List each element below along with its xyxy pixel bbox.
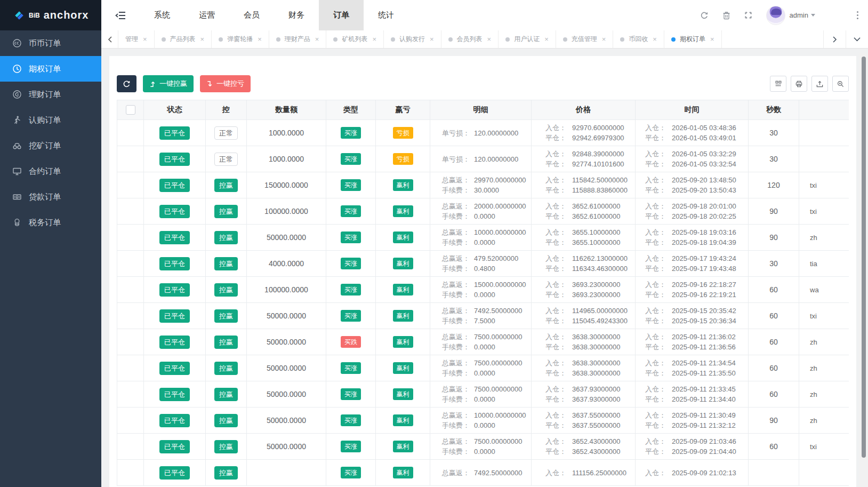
avatar[interactable] (766, 6, 785, 25)
time-close-line: 平仓：2026-01-05 03:32:54 (645, 159, 748, 169)
type-cell: 买涨 (326, 146, 376, 172)
control-badge[interactable]: 控赢 (214, 362, 238, 375)
page-scrollbar[interactable] (859, 53, 868, 487)
control-badge[interactable]: 控赢 (214, 257, 238, 270)
fullscreen-icon[interactable] (744, 11, 752, 19)
control-badge[interactable]: 控赢 (214, 388, 238, 401)
kv-value: 0.0000 (474, 211, 495, 221)
member-cell: zh (799, 381, 849, 408)
print-icon[interactable] (791, 76, 807, 92)
control-badge[interactable]: 控赢 (214, 205, 238, 218)
type-badge: 买涨 (341, 441, 361, 452)
tab-1[interactable]: 管理× (118, 30, 155, 48)
tab-close-icon[interactable]: × (430, 36, 434, 43)
tabs-menu-icon[interactable] (846, 30, 868, 48)
search-icon[interactable] (832, 76, 849, 92)
scrollbar-thumb[interactable] (862, 57, 866, 458)
tab-close-icon[interactable]: × (487, 36, 492, 43)
sidebar-item-2[interactable]: 期权订单 (0, 56, 101, 82)
tab-7[interactable]: 会员列表× (441, 30, 499, 48)
user-menu[interactable]: admin (790, 11, 815, 19)
tab-5[interactable]: 矿机列表× (326, 30, 384, 48)
columns-icon[interactable] (770, 76, 786, 92)
sidebar-item-6[interactable]: 合约订单 (0, 158, 101, 184)
type-badge: 买涨 (341, 179, 361, 191)
result-badge: 赢利 (393, 205, 413, 217)
kv-value: 92774.10101600 (572, 159, 624, 169)
kv-value: 3638.30000000 (572, 358, 620, 368)
detail-line: 总赢返：15000.00000000 (442, 280, 531, 290)
column-header-3: 数量额 (247, 100, 326, 120)
tabs-scroll-right-icon[interactable] (823, 30, 846, 48)
kv-label: 入仓： (645, 384, 668, 394)
tab-9[interactable]: 充值管理× (556, 30, 614, 48)
kv-value: 2025-09-09 21:02:13 (672, 468, 736, 478)
menu-item-4[interactable]: 财务 (274, 0, 319, 30)
control-badge[interactable]: 正常 (214, 153, 238, 166)
tab-3[interactable]: 弹窗轮播× (212, 30, 269, 48)
trash-icon[interactable] (722, 11, 730, 20)
menu-item-3[interactable]: 会员 (229, 0, 274, 30)
sidebar-item-5[interactable]: 挖矿订单 (0, 133, 101, 158)
tab-label: 理财产品 (285, 35, 310, 44)
control-badge[interactable]: 控赢 (214, 466, 238, 480)
tabs-scroll-left-icon[interactable] (101, 30, 118, 48)
tab-close-icon[interactable]: × (653, 36, 657, 43)
tab-2[interactable]: 产品列表× (155, 30, 212, 48)
tab-6[interactable]: 认购发行× (384, 30, 441, 48)
status-badge: 已平仓 (159, 440, 190, 453)
tab-close-icon[interactable]: × (710, 36, 714, 43)
tab-4[interactable]: 理财产品× (269, 30, 327, 48)
export-icon[interactable] (811, 76, 828, 92)
tab-close-icon[interactable]: × (544, 36, 549, 43)
main-menu: 系统运营会员财务订单统计 (140, 0, 408, 30)
control-badge[interactable]: 控赢 (214, 414, 238, 427)
status-cell: 已平仓 (144, 329, 206, 355)
menu-item-5[interactable]: 订单 (319, 0, 364, 30)
select-all-checkbox[interactable] (126, 105, 135, 115)
control-badge[interactable]: 控赢 (214, 309, 238, 323)
sidebar-item-7[interactable]: 贷款订单 (0, 184, 101, 210)
control-badge[interactable]: 控赢 (214, 336, 238, 349)
amount-cell: 50000.0000 (247, 303, 326, 329)
sidebar-item-3[interactable]: 理财订单 (0, 82, 101, 107)
tab-close-icon[interactable]: × (258, 36, 262, 43)
result-badge: 赢利 (393, 284, 413, 296)
result-cell: 赢利 (376, 277, 430, 303)
sidebar-collapse-icon[interactable] (101, 0, 140, 30)
tab-10[interactable]: 币回收× (613, 30, 664, 48)
kv-label: 平仓： (645, 290, 668, 300)
control-badge[interactable]: 控赢 (214, 440, 238, 453)
sidebar-item-8[interactable]: 税务订单 (0, 210, 101, 235)
tab-close-icon[interactable]: × (602, 36, 606, 43)
control-badge[interactable]: 控赢 (214, 283, 238, 297)
refresh-icon[interactable] (700, 11, 709, 20)
menu-item-1[interactable]: 系统 (140, 0, 184, 30)
sidebar-item-4[interactable]: 认购订单 (0, 107, 101, 133)
force-win-button[interactable]: 一键控赢 (143, 75, 194, 92)
kv-label: 平仓： (545, 290, 568, 300)
control-badge[interactable]: 控赢 (214, 231, 238, 244)
kv-value: 0.0000 (474, 446, 495, 457)
force-lose-button[interactable]: 一键控亏 (200, 75, 251, 92)
sidebar-item-1[interactable]: 币币订单 (0, 30, 101, 56)
tab-close-icon[interactable]: × (372, 36, 376, 43)
kv-value: 2026-01-05 03:48:36 (672, 123, 736, 133)
tab-close-icon[interactable]: × (200, 36, 205, 43)
price-close-line: 平仓：116343.46300000 (545, 264, 635, 274)
tab-11[interactable]: 期权订单× (664, 30, 722, 48)
more-options-icon[interactable] (857, 14, 858, 16)
tab-8[interactable]: 用户认证× (499, 30, 556, 48)
kv-label: 入仓： (645, 253, 668, 264)
tab-close-icon[interactable]: × (143, 36, 147, 43)
menu-item-2[interactable]: 运营 (184, 0, 229, 30)
control-badge[interactable]: 控赢 (214, 179, 238, 192)
refresh-table-button[interactable] (117, 75, 136, 92)
menu-item-6[interactable]: 统计 (364, 0, 408, 30)
kv-label: 入仓： (545, 358, 568, 368)
kv-value: 3637.93000000 (572, 384, 620, 394)
tab-close-icon[interactable]: × (315, 36, 319, 43)
finance-icon (12, 90, 22, 99)
type-badge: 买涨 (341, 127, 361, 139)
control-badge[interactable]: 正常 (214, 126, 238, 140)
